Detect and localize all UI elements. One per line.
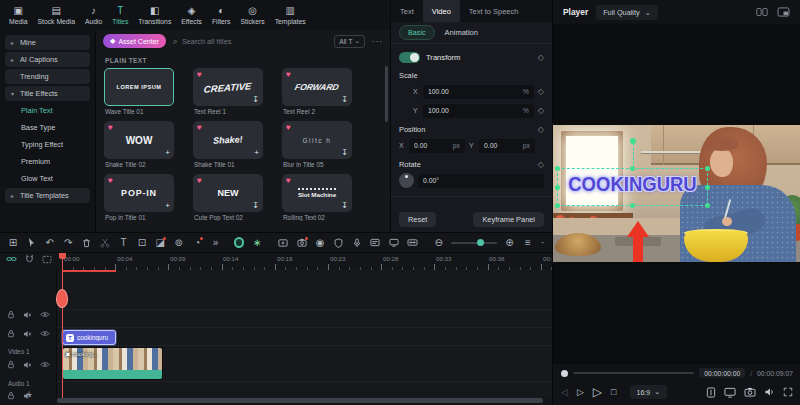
select-tool-icon[interactable] <box>25 237 37 248</box>
position-y-input[interactable] <box>484 142 519 149</box>
preview-window-icon[interactable] <box>388 238 400 247</box>
filter-all-button[interactable]: AllT⌄ <box>334 35 365 48</box>
timeline-scrollbar[interactable] <box>57 398 543 403</box>
sidebar-item-title-effects[interactable]: ▾Title Effects <box>5 86 90 101</box>
hide-eye-icon[interactable] <box>40 361 50 368</box>
favorite-heart-icon[interactable]: ♥ <box>197 123 202 132</box>
hide-eye-icon[interactable] <box>40 330 50 337</box>
sidebar-item-glow-text[interactable]: Glow Text <box>5 171 90 186</box>
sidebar-item-title-templates[interactable]: ▸Title Templates <box>5 188 90 203</box>
toolbar-item-stickers[interactable]: ◎Stickers <box>235 0 269 30</box>
toolbar-item-media[interactable]: ▣Media <box>4 0 33 30</box>
scale-y-input[interactable] <box>428 107 519 114</box>
resize-handle-ne[interactable] <box>705 166 710 171</box>
undo-icon[interactable]: ↶ <box>44 238 56 248</box>
favorite-heart-icon[interactable]: ♥ <box>197 70 202 79</box>
sidebar-item-mine[interactable]: ▸Mine <box>5 35 90 50</box>
fullscreen-icon[interactable] <box>783 387 793 397</box>
title-card-cute-pop-text-02[interactable]: ♥NEW↧ <box>193 174 263 212</box>
play-icon[interactable]: ▷ <box>593 386 602 398</box>
playhead-handle[interactable] <box>59 253 66 259</box>
favorite-heart-icon[interactable]: ♥ <box>286 70 291 79</box>
auto-ripple-icon[interactable] <box>406 238 418 247</box>
download-icon[interactable]: ↧ <box>341 149 348 157</box>
favorite-heart-icon[interactable]: ♥ <box>286 123 291 132</box>
tab-video[interactable]: Video <box>423 0 460 22</box>
text-overlay-selection-box[interactable]: COOKINGURU <box>557 168 708 206</box>
toolbar-item-transitions[interactable]: ◧Transitions <box>133 0 176 30</box>
scale-x-input[interactable] <box>428 88 519 95</box>
more-options-button[interactable]: ··· <box>372 37 383 46</box>
subtab-animation[interactable]: Animation <box>445 28 478 37</box>
title-card-rolling-text-02[interactable]: ♥Slot Machine↧ <box>282 174 352 212</box>
scrubber-knob[interactable] <box>561 370 568 377</box>
title-card-blur-in-title-05[interactable]: ♥Glitc h↧ <box>282 121 352 159</box>
keyframe-diamond-icon[interactable]: ◇ <box>538 87 544 96</box>
library-scrollbar[interactable] <box>385 66 388 122</box>
captions-icon[interactable] <box>370 238 382 247</box>
rotate-dial[interactable] <box>399 173 414 188</box>
mask-icon[interactable]: ◪ <box>154 238 166 248</box>
playhead-line[interactable] <box>62 253 63 398</box>
title-card-wave-title-01[interactable]: LOREM IPSUM <box>104 68 174 106</box>
snap-magnet-icon[interactable] <box>25 254 34 264</box>
motion-track-icon[interactable]: ⊚ <box>173 238 185 248</box>
quality-dropdown[interactable]: Full Quality⌄ <box>596 5 658 20</box>
video-preview[interactable]: COOKINGURU <box>553 125 800 262</box>
keyframe-diamond-icon[interactable]: ◇ <box>538 106 544 115</box>
compare-view-icon[interactable] <box>756 7 768 17</box>
keyframe-panel-button[interactable]: Keyframe Panel <box>473 212 544 227</box>
more-dot-icon[interactable]: · <box>540 238 545 248</box>
mute-speaker-icon[interactable] <box>23 311 32 319</box>
overlay-title-text[interactable]: COOKINGURU <box>558 173 707 196</box>
rotate-input[interactable] <box>423 177 539 184</box>
title-card-shake-title-02[interactable]: ♥WOW+ <box>104 121 174 159</box>
title-clip-cookinguru[interactable]: T cookinguru <box>62 330 116 345</box>
timeline-zoom-slider[interactable] <box>451 242 497 244</box>
asset-center-button[interactable]: ◆Asset Center <box>103 34 166 48</box>
lock-icon[interactable] <box>7 310 15 319</box>
mute-speaker-icon[interactable] <box>23 361 32 369</box>
volume-icon[interactable] <box>764 387 775 397</box>
timeline-ruler[interactable]: 00:00 00:04 00:09 00:14 00:19 00:23 00:2… <box>57 253 552 270</box>
sidebar-item-plain-text[interactable]: Plain Text <box>5 103 90 118</box>
lock-icon[interactable] <box>7 329 15 338</box>
keyframe-diamond-icon[interactable]: ◇ <box>538 160 544 169</box>
title-card-shake-title-01[interactable]: ♥Shake!+ <box>193 121 263 159</box>
voiceover-mic-icon[interactable] <box>351 238 363 248</box>
video-clip-cooking[interactable]: ▣cooking... <box>62 347 163 380</box>
keyframe-diamond-icon[interactable]: ◇ <box>538 125 544 134</box>
redo-icon[interactable]: ↷ <box>62 238 74 248</box>
search-input[interactable] <box>182 37 327 46</box>
sidebar-item-trending[interactable]: Trending <box>5 69 90 84</box>
previous-frame-icon[interactable]: ◁ <box>561 388 568 397</box>
resize-handle-s[interactable] <box>630 203 635 208</box>
add-icon[interactable]: + <box>254 149 259 157</box>
fit-timeline-icon[interactable]: ⊕ <box>504 238 516 248</box>
transform-toggle[interactable] <box>399 52 420 63</box>
toolbox-icon[interactable]: ⊞ <box>7 238 19 248</box>
add-icon[interactable]: + <box>165 149 170 157</box>
toolbar-item-audio[interactable]: ♪Audio <box>80 0 107 30</box>
add-icon[interactable]: + <box>165 202 170 210</box>
preview-display-icon[interactable] <box>724 387 736 398</box>
resize-handle-n[interactable] <box>630 166 635 171</box>
download-icon[interactable]: ↧ <box>252 202 259 210</box>
favorite-heart-icon[interactable]: ♥ <box>197 176 202 185</box>
resize-handle-se[interactable] <box>705 203 710 208</box>
speed-icon[interactable]: ◔ <box>191 238 203 248</box>
lock-icon[interactable] <box>7 391 15 400</box>
title-card-text-reel-1[interactable]: ♥CREATIVE↧ <box>193 68 263 106</box>
text-tool-icon[interactable]: T <box>118 238 130 248</box>
zoom-out-icon[interactable]: ⊖ <box>433 238 445 248</box>
next-frame-icon[interactable]: ▷ <box>577 388 584 397</box>
sidebar-item-base-type[interactable]: Base Type <box>5 120 90 135</box>
link-clips-icon[interactable] <box>6 254 17 264</box>
render-preview-icon[interactable] <box>42 255 52 264</box>
resize-handle-sw[interactable] <box>555 203 560 208</box>
favorite-heart-icon[interactable]: ♥ <box>108 123 113 132</box>
add-marker-icon[interactable] <box>706 387 716 398</box>
favorite-heart-icon[interactable]: ♥ <box>108 176 113 185</box>
sidebar-item-premium[interactable]: Premium <box>5 154 90 169</box>
stop-icon[interactable]: □ <box>611 388 616 397</box>
